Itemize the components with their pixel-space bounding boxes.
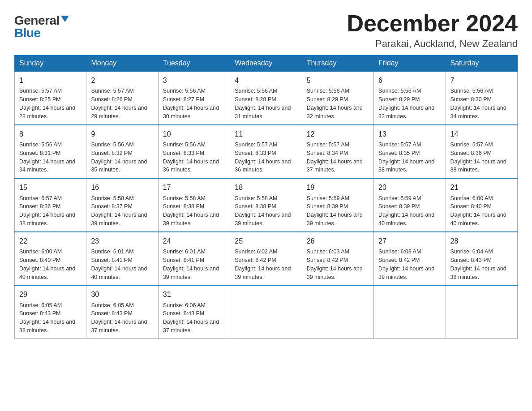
day-info: Sunrise: 5:57 AMSunset: 8:26 PMDaylight:… bbox=[91, 88, 147, 120]
calendar-cell: 29Sunrise: 6:05 AMSunset: 8:43 PMDayligh… bbox=[15, 285, 86, 338]
calendar-cell: 26Sunrise: 6:03 AMSunset: 8:42 PMDayligh… bbox=[302, 232, 373, 286]
calendar-cell bbox=[230, 285, 302, 338]
day-info: Sunrise: 5:57 AMSunset: 8:36 PMDaylight:… bbox=[450, 141, 506, 173]
day-number: 5 bbox=[307, 75, 369, 86]
day-info: Sunrise: 5:56 AMSunset: 8:27 PMDaylight:… bbox=[163, 88, 219, 120]
calendar-cell: 19Sunrise: 5:59 AMSunset: 8:39 PMDayligh… bbox=[302, 178, 373, 232]
day-number: 25 bbox=[235, 236, 297, 246]
week-row-5: 29Sunrise: 6:05 AMSunset: 8:43 PMDayligh… bbox=[15, 285, 518, 338]
week-row-4: 22Sunrise: 6:00 AMSunset: 8:40 PMDayligh… bbox=[15, 232, 518, 286]
calendar-cell: 20Sunrise: 5:59 AMSunset: 8:39 PMDayligh… bbox=[374, 178, 446, 232]
header-saturday: Saturday bbox=[446, 56, 517, 72]
day-number: 17 bbox=[163, 182, 225, 193]
day-info: Sunrise: 5:56 AMSunset: 8:32 PMDaylight:… bbox=[91, 141, 147, 173]
calendar-cell: 11Sunrise: 5:57 AMSunset: 8:33 PMDayligh… bbox=[230, 125, 302, 179]
day-info: Sunrise: 6:05 AMSunset: 8:43 PMDaylight:… bbox=[91, 302, 147, 334]
calendar-cell: 27Sunrise: 6:03 AMSunset: 8:42 PMDayligh… bbox=[374, 232, 446, 286]
day-info: Sunrise: 6:06 AMSunset: 8:43 PMDaylight:… bbox=[163, 302, 219, 334]
day-number: 13 bbox=[378, 129, 441, 139]
week-row-1: 1Sunrise: 5:57 AMSunset: 8:25 PMDaylight… bbox=[15, 71, 518, 125]
day-info: Sunrise: 5:57 AMSunset: 8:36 PMDaylight:… bbox=[19, 195, 75, 227]
day-info: Sunrise: 5:56 AMSunset: 8:29 PMDaylight:… bbox=[307, 88, 363, 120]
day-info: Sunrise: 5:57 AMSunset: 8:35 PMDaylight:… bbox=[378, 141, 434, 173]
page-header: General Blue December 2024 Parakai, Auck… bbox=[14, 11, 518, 50]
calendar-cell: 31Sunrise: 6:06 AMSunset: 8:43 PMDayligh… bbox=[158, 285, 230, 338]
calendar-cell: 7Sunrise: 5:56 AMSunset: 8:30 PMDaylight… bbox=[446, 71, 517, 125]
week-row-3: 15Sunrise: 5:57 AMSunset: 8:36 PMDayligh… bbox=[15, 178, 518, 232]
calendar-cell: 3Sunrise: 5:56 AMSunset: 8:27 PMDaylight… bbox=[158, 71, 230, 125]
calendar-cell: 30Sunrise: 6:05 AMSunset: 8:43 PMDayligh… bbox=[86, 285, 158, 338]
day-number: 23 bbox=[91, 236, 153, 246]
logo-blue-text: Blue bbox=[14, 26, 41, 40]
day-info: Sunrise: 6:00 AMSunset: 8:40 PMDaylight:… bbox=[450, 195, 506, 227]
day-number: 18 bbox=[235, 182, 297, 193]
day-number: 19 bbox=[307, 182, 369, 193]
logo-triangle-icon bbox=[61, 16, 69, 22]
title-block: December 2024 Parakai, Auckland, New Zea… bbox=[347, 11, 518, 50]
day-info: Sunrise: 5:57 AMSunset: 8:25 PMDaylight:… bbox=[19, 88, 75, 120]
location-title: Parakai, Auckland, New Zealand bbox=[347, 38, 518, 50]
calendar-cell: 21Sunrise: 6:00 AMSunset: 8:40 PMDayligh… bbox=[446, 178, 517, 232]
day-number: 16 bbox=[91, 182, 153, 193]
day-number: 7 bbox=[450, 75, 513, 86]
calendar-cell: 1Sunrise: 5:57 AMSunset: 8:25 PMDaylight… bbox=[15, 71, 86, 125]
calendar-cell: 17Sunrise: 5:58 AMSunset: 8:38 PMDayligh… bbox=[158, 178, 230, 232]
day-number: 8 bbox=[19, 129, 82, 139]
calendar-cell: 22Sunrise: 6:00 AMSunset: 8:40 PMDayligh… bbox=[15, 232, 86, 286]
calendar-cell: 24Sunrise: 6:01 AMSunset: 8:41 PMDayligh… bbox=[158, 232, 230, 286]
day-info: Sunrise: 6:05 AMSunset: 8:43 PMDaylight:… bbox=[19, 302, 75, 334]
calendar-header-row: SundayMondayTuesdayWednesdayThursdayFrid… bbox=[15, 56, 518, 72]
calendar-cell: 2Sunrise: 5:57 AMSunset: 8:26 PMDaylight… bbox=[86, 71, 158, 125]
day-number: 12 bbox=[307, 129, 369, 139]
calendar-cell: 4Sunrise: 5:56 AMSunset: 8:28 PMDaylight… bbox=[230, 71, 302, 125]
day-number: 26 bbox=[307, 236, 369, 246]
calendar-cell: 15Sunrise: 5:57 AMSunset: 8:36 PMDayligh… bbox=[15, 178, 86, 232]
day-info: Sunrise: 5:58 AMSunset: 8:37 PMDaylight:… bbox=[91, 195, 147, 227]
calendar-table: SundayMondayTuesdayWednesdayThursdayFrid… bbox=[14, 55, 518, 339]
day-info: Sunrise: 5:59 AMSunset: 8:39 PMDaylight:… bbox=[378, 195, 434, 227]
day-info: Sunrise: 5:56 AMSunset: 8:28 PMDaylight:… bbox=[235, 88, 291, 120]
day-info: Sunrise: 6:03 AMSunset: 8:42 PMDaylight:… bbox=[307, 248, 363, 280]
calendar-cell: 5Sunrise: 5:56 AMSunset: 8:29 PMDaylight… bbox=[302, 71, 373, 125]
day-number: 29 bbox=[19, 289, 82, 300]
day-info: Sunrise: 5:56 AMSunset: 8:29 PMDaylight:… bbox=[378, 88, 434, 120]
day-number: 14 bbox=[450, 129, 513, 139]
day-info: Sunrise: 5:59 AMSunset: 8:39 PMDaylight:… bbox=[307, 195, 363, 227]
calendar-cell: 9Sunrise: 5:56 AMSunset: 8:32 PMDaylight… bbox=[86, 125, 158, 179]
day-number: 28 bbox=[450, 236, 513, 246]
day-info: Sunrise: 6:00 AMSunset: 8:40 PMDaylight:… bbox=[19, 248, 75, 280]
day-info: Sunrise: 5:56 AMSunset: 8:30 PMDaylight:… bbox=[450, 88, 506, 120]
day-number: 3 bbox=[163, 75, 225, 86]
calendar-cell bbox=[302, 285, 373, 338]
calendar-cell bbox=[446, 285, 517, 338]
calendar-cell: 28Sunrise: 6:04 AMSunset: 8:43 PMDayligh… bbox=[446, 232, 517, 286]
day-info: Sunrise: 6:04 AMSunset: 8:43 PMDaylight:… bbox=[450, 248, 506, 280]
calendar-cell: 16Sunrise: 5:58 AMSunset: 8:37 PMDayligh… bbox=[86, 178, 158, 232]
day-number: 31 bbox=[163, 289, 225, 300]
day-number: 2 bbox=[91, 75, 153, 86]
day-info: Sunrise: 6:01 AMSunset: 8:41 PMDaylight:… bbox=[163, 248, 219, 280]
day-number: 10 bbox=[163, 129, 225, 139]
day-info: Sunrise: 5:58 AMSunset: 8:38 PMDaylight:… bbox=[235, 195, 291, 227]
calendar-cell: 13Sunrise: 5:57 AMSunset: 8:35 PMDayligh… bbox=[374, 125, 446, 179]
calendar-cell bbox=[374, 285, 446, 338]
day-number: 30 bbox=[91, 289, 153, 300]
day-number: 4 bbox=[235, 75, 297, 86]
calendar-cell: 6Sunrise: 5:56 AMSunset: 8:29 PMDaylight… bbox=[374, 71, 446, 125]
day-info: Sunrise: 5:56 AMSunset: 8:31 PMDaylight:… bbox=[19, 141, 75, 173]
calendar-cell: 12Sunrise: 5:57 AMSunset: 8:34 PMDayligh… bbox=[302, 125, 373, 179]
day-number: 1 bbox=[19, 75, 82, 86]
calendar-cell: 25Sunrise: 6:02 AMSunset: 8:42 PMDayligh… bbox=[230, 232, 302, 286]
day-number: 15 bbox=[19, 182, 82, 193]
day-number: 20 bbox=[378, 182, 441, 193]
day-number: 24 bbox=[163, 236, 225, 246]
calendar-cell: 10Sunrise: 5:56 AMSunset: 8:33 PMDayligh… bbox=[158, 125, 230, 179]
calendar-cell: 14Sunrise: 5:57 AMSunset: 8:36 PMDayligh… bbox=[446, 125, 517, 179]
day-info: Sunrise: 6:03 AMSunset: 8:42 PMDaylight:… bbox=[378, 248, 434, 280]
header-thursday: Thursday bbox=[302, 56, 373, 72]
header-sunday: Sunday bbox=[15, 56, 86, 72]
logo-general-text: General bbox=[14, 14, 60, 27]
day-number: 6 bbox=[378, 75, 441, 86]
day-info: Sunrise: 5:57 AMSunset: 8:33 PMDaylight:… bbox=[235, 141, 291, 173]
header-monday: Monday bbox=[86, 56, 158, 72]
